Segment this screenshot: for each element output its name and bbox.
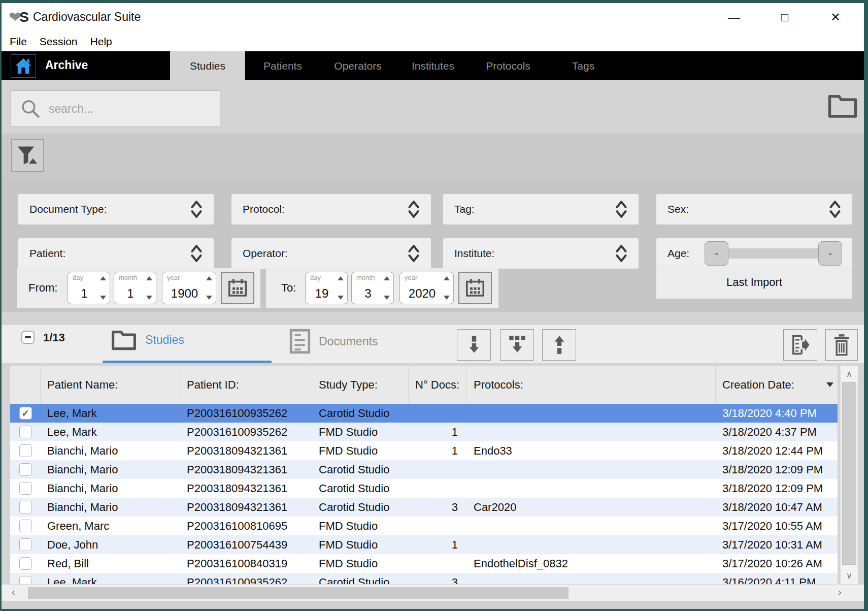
window-border-bottom bbox=[0, 609, 868, 611]
from-year-spinner[interactable]: year 1900 bbox=[162, 272, 216, 304]
spin-up-icon[interactable] bbox=[146, 276, 152, 280]
last-import-button[interactable]: Last Import bbox=[656, 266, 852, 299]
patient-dropdown[interactable]: Patient: bbox=[18, 238, 214, 269]
header-patient-name[interactable]: Patient Name: bbox=[41, 366, 180, 404]
download-selected-button[interactable] bbox=[457, 329, 491, 361]
row-checkbox[interactable] bbox=[19, 576, 32, 584]
menu-help[interactable]: Help bbox=[90, 36, 112, 48]
open-folder-button[interactable] bbox=[826, 91, 859, 120]
date-from-group: From: day 1 month 1 year 1900 bbox=[17, 268, 260, 308]
export-button[interactable] bbox=[783, 329, 817, 361]
row-checkbox[interactable] bbox=[19, 426, 32, 438]
table-row[interactable]: Bianchi, Mario P200318094321361 Carotid … bbox=[10, 479, 838, 498]
spin-down-icon[interactable] bbox=[100, 296, 106, 300]
vertical-scrollbar-thumb[interactable] bbox=[842, 382, 856, 565]
search-input[interactable] bbox=[49, 102, 211, 116]
from-calendar-button[interactable] bbox=[221, 272, 254, 304]
spin-up-icon[interactable] bbox=[100, 276, 106, 280]
row-checkbox[interactable] bbox=[19, 538, 32, 551]
menu-file[interactable]: File bbox=[10, 36, 27, 48]
row-checkbox[interactable] bbox=[19, 520, 32, 532]
minimize-button[interactable]: — bbox=[723, 7, 745, 27]
chevron-updown-icon bbox=[189, 200, 204, 219]
spin-up-icon[interactable] bbox=[384, 276, 390, 280]
table-row[interactable]: Lee, Mark P200316100935262 FMD Studio 1 … bbox=[10, 423, 838, 441]
spin-up-icon[interactable] bbox=[206, 276, 212, 280]
table-row[interactable]: Lee, Mark P200316100935262 Carotid Studi… bbox=[10, 573, 838, 584]
spin-down-icon[interactable] bbox=[444, 296, 450, 300]
tab-institutes[interactable]: Institutes bbox=[395, 51, 471, 80]
row-checkbox[interactable] bbox=[19, 463, 32, 476]
age-range-slider[interactable]: - - bbox=[703, 238, 844, 269]
studies-view-tab[interactable]: Studies bbox=[111, 329, 184, 351]
header-checkbox-column bbox=[10, 366, 41, 404]
spin-down-icon[interactable] bbox=[146, 296, 152, 300]
protocol-dropdown[interactable]: Protocol: bbox=[231, 194, 431, 224]
table-row[interactable]: Bianchi, Mario P200318094321361 Carotid … bbox=[10, 460, 838, 479]
scroll-up-icon[interactable]: ∧ bbox=[841, 369, 858, 379]
table-row[interactable]: Red, Bill P200316100840319 FMD Studio En… bbox=[10, 554, 838, 573]
row-checkbox[interactable] bbox=[19, 444, 32, 457]
row-checkbox[interactable]: ✓ bbox=[19, 407, 32, 420]
from-month-spinner[interactable]: month 1 bbox=[114, 272, 156, 304]
spin-down-icon[interactable] bbox=[206, 296, 212, 300]
tab-tags[interactable]: Tags bbox=[546, 51, 621, 80]
tab-protocols[interactable]: Protocols bbox=[471, 51, 546, 80]
to-month-spinner[interactable]: month 3 bbox=[351, 272, 394, 304]
table-row[interactable]: ✓ Lee, Mark P200316100935262 Carotid Stu… bbox=[10, 404, 838, 423]
row-checkbox[interactable] bbox=[19, 557, 32, 570]
tag-dropdown[interactable]: Tag: bbox=[443, 194, 639, 224]
maximize-button[interactable]: □ bbox=[774, 7, 795, 27]
cell-study-type: Carotid Studio bbox=[312, 407, 409, 420]
delete-button[interactable] bbox=[825, 329, 858, 361]
header-protocols[interactable]: Protocols: bbox=[467, 366, 716, 404]
spin-down-icon[interactable] bbox=[338, 296, 344, 300]
upload-button[interactable] bbox=[542, 329, 576, 361]
search-box[interactable] bbox=[11, 90, 220, 127]
download-all-button[interactable] bbox=[500, 329, 534, 361]
row-checkbox[interactable] bbox=[19, 501, 32, 513]
spin-up-icon[interactable] bbox=[338, 276, 344, 280]
documents-view-tab[interactable]: Documents bbox=[289, 329, 378, 354]
to-day-spinner[interactable]: day 19 bbox=[305, 272, 348, 304]
header-creation-date[interactable]: Creation Date: bbox=[716, 366, 838, 404]
scroll-down-icon[interactable]: ∨ bbox=[841, 570, 858, 581]
table-row[interactable]: Green, Marc P200316100810695 FMD Studio … bbox=[10, 517, 838, 535]
horizontal-scrollbar-thumb[interactable] bbox=[28, 587, 569, 599]
filter-button[interactable] bbox=[11, 139, 44, 172]
cell-creation-date: 3/18/2020 10:47 AM bbox=[716, 501, 838, 514]
home-button[interactable] bbox=[11, 54, 36, 78]
spin-up-icon[interactable] bbox=[444, 276, 450, 280]
institute-dropdown[interactable]: Institute: bbox=[443, 238, 639, 269]
table-row[interactable]: Bianchi, Mario P200318094321361 FMD Stud… bbox=[10, 441, 838, 460]
scroll-left-icon[interactable]: ‹ bbox=[12, 586, 15, 598]
scroll-right-icon[interactable]: › bbox=[838, 586, 842, 598]
document-type-dropdown[interactable]: Document Type: bbox=[18, 194, 214, 224]
select-all-checkbox[interactable] bbox=[21, 331, 35, 344]
search-icon bbox=[20, 99, 41, 119]
table-row[interactable]: Bianchi, Mario P200318094321361 Carotid … bbox=[10, 498, 838, 517]
operator-dropdown[interactable]: Operator: bbox=[231, 238, 431, 269]
horizontal-scrollbar[interactable]: ‹ › bbox=[2, 584, 864, 601]
header-study-type[interactable]: Study Type: bbox=[312, 366, 409, 404]
cell-patient-name: Lee, Mark bbox=[41, 426, 180, 439]
from-day-spinner[interactable]: day 1 bbox=[68, 272, 110, 304]
search-area bbox=[2, 80, 864, 134]
to-calendar-button[interactable] bbox=[458, 272, 492, 304]
sex-dropdown[interactable]: Sex: bbox=[656, 194, 852, 224]
vertical-scrollbar[interactable]: ∧ ∨ bbox=[840, 366, 858, 584]
tab-studies[interactable]: Studies bbox=[170, 51, 245, 80]
cell-study-type: Carotid Studio bbox=[312, 463, 409, 476]
table-row[interactable]: Doe, John P200316100754439 FMD Studio 1 … bbox=[10, 535, 838, 554]
header-n-docs[interactable]: N° Docs: bbox=[409, 366, 467, 404]
menu-session[interactable]: Session bbox=[40, 36, 78, 48]
tab-patients[interactable]: Patients bbox=[245, 51, 320, 80]
header-patient-id[interactable]: Patient ID: bbox=[180, 366, 312, 404]
close-button[interactable]: ✕ bbox=[825, 7, 846, 27]
age-min-handle[interactable]: - bbox=[705, 241, 728, 266]
age-max-handle[interactable]: - bbox=[818, 241, 842, 266]
to-year-spinner[interactable]: year 2020 bbox=[399, 272, 454, 304]
spin-down-icon[interactable] bbox=[384, 296, 390, 300]
tab-operators[interactable]: Operators bbox=[320, 51, 395, 80]
row-checkbox[interactable] bbox=[19, 482, 32, 495]
